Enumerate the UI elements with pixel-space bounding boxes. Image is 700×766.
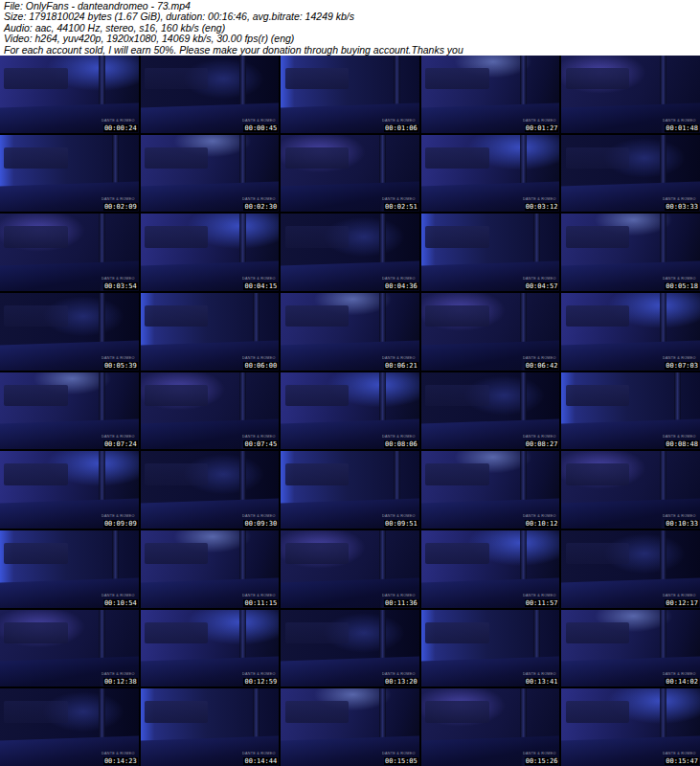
timestamp-overlay: 00:01:27 <box>525 124 559 132</box>
thumbnail-image-placeholder <box>145 701 209 723</box>
thumbnail-image-placeholder <box>4 68 68 90</box>
thumbnail-image-placeholder <box>566 385 630 407</box>
timestamp-overlay: 00:10:54 <box>103 599 138 607</box>
thumbnail-image-placeholder <box>566 701 630 723</box>
thumbnail-image-placeholder <box>285 385 350 407</box>
thumbnail-image-placeholder <box>4 385 68 407</box>
thumbnail-image-placeholder <box>285 463 350 485</box>
thumbnail-image-placeholder <box>566 226 630 248</box>
timestamp-overlay: 00:01:48 <box>665 124 699 132</box>
watermark-text: DANTE & ROMEO <box>242 356 275 360</box>
video-thumbnail: DANTE & ROMEO 00:09:30 <box>141 451 280 529</box>
thumbnail-image-placeholder <box>566 305 630 327</box>
thumbnail-image-placeholder <box>566 463 630 485</box>
thumbnail-image-placeholder <box>4 147 68 169</box>
video-thumbnail: DANTE & ROMEO 00:02:09 <box>0 135 139 213</box>
timestamp-overlay: 00:14:23 <box>103 757 138 765</box>
watermark-text: DANTE & ROMEO <box>242 594 275 597</box>
timestamp-overlay: 00:15:05 <box>384 757 418 765</box>
watermark-text: DANTE & ROMEO <box>382 514 415 518</box>
watermark-text: DANTE & ROMEO <box>523 119 555 123</box>
timestamp-overlay: 00:03:33 <box>665 203 699 211</box>
thumbnail-image-placeholder <box>4 543 68 565</box>
timestamp-overlay: 00:02:51 <box>384 203 418 211</box>
timestamp-overlay: 00:10:33 <box>665 520 699 528</box>
thumbnail-image-placeholder <box>4 701 68 723</box>
timestamp-overlay: 00:06:42 <box>525 362 559 370</box>
watermark-text: DANTE & ROMEO <box>242 277 275 281</box>
timestamp-overlay: 00:11:15 <box>243 599 278 607</box>
watermark-text: DANTE & ROMEO <box>102 119 134 123</box>
thumbnail-image-placeholder <box>425 622 489 644</box>
watermark-text: DANTE & ROMEO <box>664 198 696 202</box>
timestamp-overlay: 00:07:24 <box>103 440 138 448</box>
watermark-text: DANTE & ROMEO <box>664 752 696 755</box>
video-thumbnail: DANTE & ROMEO 00:03:12 <box>421 135 560 213</box>
thumbnail-image-placeholder <box>425 305 489 327</box>
watermark-text: DANTE & ROMEO <box>523 436 555 439</box>
video-thumbnail: DANTE & ROMEO 00:05:18 <box>561 214 700 291</box>
timestamp-overlay: 00:03:54 <box>103 282 138 290</box>
timestamp-overlay: 00:08:27 <box>525 440 559 448</box>
timestamp-overlay: 00:04:15 <box>243 282 278 290</box>
thumbnail-image-placeholder <box>425 701 489 723</box>
watermark-text: DANTE & ROMEO <box>664 514 696 518</box>
watermark-text: DANTE & ROMEO <box>242 119 275 123</box>
thumbnail-image-placeholder <box>145 463 209 485</box>
watermark-text: DANTE & ROMEO <box>523 594 555 597</box>
thumbnail-image-placeholder <box>4 463 68 485</box>
video-thumbnail: DANTE & ROMEO 00:01:27 <box>421 56 560 133</box>
timestamp-overlay: 00:06:21 <box>384 362 418 370</box>
timestamp-overlay: 00:09:09 <box>103 520 138 528</box>
video-thumbnail: DANTE & ROMEO 00:11:57 <box>421 530 560 608</box>
timestamp-overlay: 00:04:36 <box>384 282 418 290</box>
video-thumbnail: DANTE & ROMEO 00:14:02 <box>561 610 700 687</box>
thumbnail-image-placeholder <box>425 385 489 407</box>
timestamp-overlay: 00:08:06 <box>384 440 418 448</box>
timestamp-overlay: 00:15:47 <box>665 757 699 765</box>
video-thumbnail: DANTE & ROMEO 00:06:21 <box>281 293 419 371</box>
timestamp-overlay: 00:12:59 <box>243 678 278 686</box>
watermark-text: DANTE & ROMEO <box>242 673 275 677</box>
video-thumbnail: DANTE & ROMEO 00:07:45 <box>141 372 280 450</box>
video-thumbnail: DANTE & ROMEO 00:02:51 <box>281 135 419 213</box>
video-thumbnail: DANTE & ROMEO 00:15:05 <box>281 688 419 766</box>
timestamp-overlay: 00:08:48 <box>665 440 699 448</box>
watermark-text: DANTE & ROMEO <box>102 277 134 281</box>
timestamp-overlay: 00:09:51 <box>384 520 418 528</box>
thumbnail-image-placeholder <box>4 305 68 327</box>
timestamp-overlay: 00:05:39 <box>103 362 138 370</box>
timestamp-overlay: 00:13:20 <box>384 678 418 686</box>
video-thumbnail: DANTE & ROMEO 00:07:24 <box>0 372 139 450</box>
video-thumbnail: DANTE & ROMEO 00:12:17 <box>561 530 700 608</box>
timestamp-overlay: 00:03:12 <box>525 203 559 211</box>
timestamp-overlay: 00:12:38 <box>103 678 138 686</box>
watermark-text: DANTE & ROMEO <box>523 673 555 677</box>
thumbnail-image-placeholder <box>285 543 350 565</box>
timestamp-overlay: 00:14:44 <box>243 757 278 765</box>
video-thumbnail: DANTE & ROMEO 00:14:23 <box>0 688 139 766</box>
timestamp-overlay: 00:04:57 <box>525 282 559 290</box>
thumbnail-image-placeholder <box>566 68 630 90</box>
video-thumbnail: DANTE & ROMEO 00:00:45 <box>141 56 280 133</box>
timestamp-overlay: 00:11:57 <box>525 599 559 607</box>
video-thumbnail: DANTE & ROMEO 00:06:42 <box>421 293 560 371</box>
thumbnail-grid: DANTE & ROMEO 00:00:24 DANTE & ROMEO 00:… <box>0 56 700 766</box>
watermark-text: DANTE & ROMEO <box>102 514 134 518</box>
video-thumbnail: DANTE & ROMEO 00:09:09 <box>0 451 139 529</box>
video-thumbnail: DANTE & ROMEO 00:10:12 <box>421 451 560 529</box>
timestamp-overlay: 00:12:17 <box>665 599 699 607</box>
video-thumbnail: DANTE & ROMEO 00:11:36 <box>281 530 419 608</box>
thumbnail-image-placeholder <box>566 147 630 169</box>
watermark-text: DANTE & ROMEO <box>382 277 415 281</box>
watermark-text: DANTE & ROMEO <box>664 436 696 439</box>
watermark-text: DANTE & ROMEO <box>242 514 275 518</box>
thumbnail-image-placeholder <box>4 226 68 248</box>
thumbnail-image-placeholder <box>425 226 489 248</box>
timestamp-overlay: 00:01:06 <box>384 124 418 132</box>
video-thumbnail: DANTE & ROMEO 00:10:54 <box>0 530 139 608</box>
thumbnail-image-placeholder <box>285 226 350 248</box>
timestamp-overlay: 00:02:09 <box>103 203 138 211</box>
timestamp-overlay: 00:10:12 <box>525 520 559 528</box>
thumbnail-image-placeholder <box>145 147 209 169</box>
